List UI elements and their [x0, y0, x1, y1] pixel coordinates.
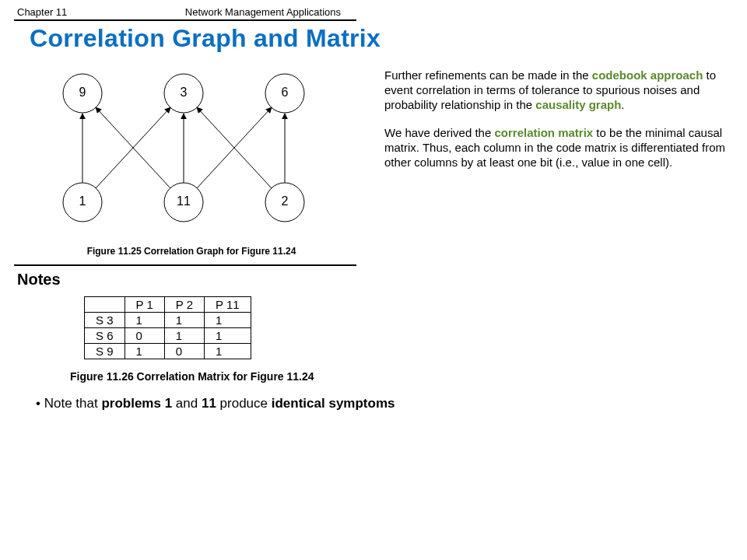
topic-label: Network Management Applications	[185, 6, 341, 18]
kw-codebook-approach: codebook approach	[592, 68, 703, 82]
chapter-label: Chapter 11	[17, 6, 67, 18]
graph-node-2: 2	[265, 183, 304, 222]
note-bullet: • Note that problems 1 and 11 produce id…	[36, 395, 403, 411]
svg-text:9: 9	[79, 86, 86, 99]
col-header: P 1	[124, 297, 164, 313]
graph-node-6: 6	[265, 74, 304, 113]
explanation-text: Further refinements can be made in the c…	[363, 62, 733, 184]
svg-text:3: 3	[181, 86, 188, 99]
svg-text:1: 1	[79, 194, 86, 208]
graph-node-11: 11	[164, 183, 203, 222]
graph-node-3: 3	[164, 74, 203, 113]
graph-node-1: 1	[63, 183, 102, 222]
matrix-caption: Figure 11.26 Correlation Matrix for Figu…	[70, 370, 733, 383]
col-header: P 2	[164, 297, 204, 313]
table-row: S 9 1 0 1	[85, 344, 251, 359]
svg-text:2: 2	[282, 194, 289, 208]
notes-rule	[14, 264, 356, 266]
col-header: P 11	[205, 297, 251, 313]
svg-text:11: 11	[177, 194, 191, 208]
correlation-matrix-table: P 1 P 2 P 11 S 3 1 1 1 S 6 0 1 1 S 9 1 0…	[84, 296, 251, 359]
correlation-graph-figure: 9 3 6 1 11	[20, 62, 363, 257]
paragraph-1: Further refinements can be made in the c…	[384, 68, 728, 112]
header-rule	[14, 19, 356, 21]
svg-text:6: 6	[282, 86, 289, 99]
kw-causality-graph: causality graph	[535, 98, 621, 111]
slide-title: Correlation Graph and Matrix	[30, 24, 733, 53]
table-row: S 3 1 1 1	[85, 313, 251, 328]
table-row: S 6 0 1 1	[85, 328, 251, 344]
notes-heading: Notes	[17, 271, 733, 289]
graph-caption: Figure 11.25 Correlation Graph for Figur…	[20, 246, 363, 257]
kw-correlation-matrix: correlation matrix	[494, 126, 593, 139]
graph-node-9: 9	[63, 74, 102, 113]
paragraph-2: We have derived the correlation matrix t…	[384, 126, 728, 170]
